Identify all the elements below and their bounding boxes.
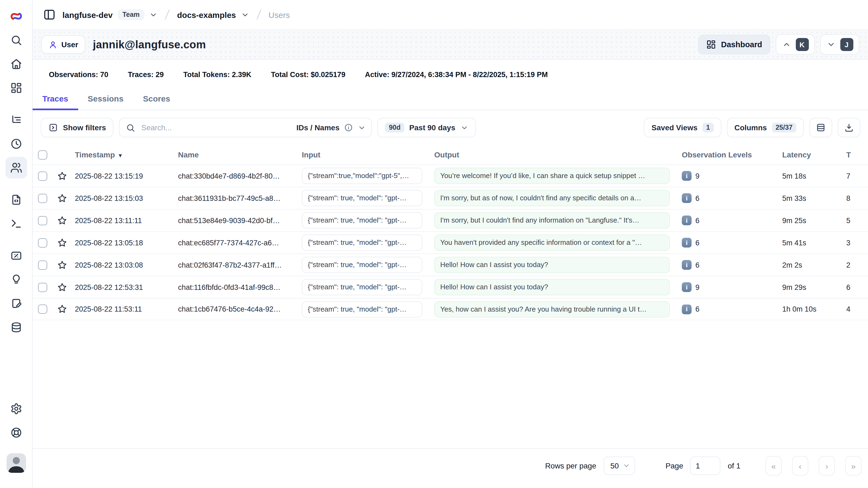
info-level-badge-icon: i — [682, 282, 691, 292]
bookmark-star-icon[interactable] — [54, 282, 75, 292]
sidebar-item-insights[interactable] — [5, 269, 27, 291]
table-row[interactable]: 2025-08-22 13:15:03 chat:3611931b-bc77-4… — [33, 187, 868, 209]
trace-input[interactable]: {"stream": true, "model": "gpt-… — [302, 257, 422, 273]
row-checkbox[interactable] — [38, 171, 47, 181]
trace-input[interactable]: {"stream": true, "model": "gpt-… — [302, 279, 422, 295]
page-number-input[interactable] — [690, 457, 720, 475]
user-avatar[interactable] — [6, 453, 26, 473]
trace-name[interactable]: chat:3611931b-bc77-49c5-a8… — [178, 194, 302, 202]
row-checkbox[interactable] — [38, 238, 47, 247]
sidebar-item-sessions[interactable] — [5, 133, 27, 155]
search-scope-label[interactable]: IDs / Names — [297, 123, 340, 132]
trace-input[interactable]: {"stream": true, "model": "gpt-… — [302, 212, 422, 228]
dashboard-button[interactable]: Dashboard — [699, 35, 771, 54]
dashboard-button-label: Dashboard — [721, 40, 763, 49]
sidebar-item-evaluation[interactable] — [5, 245, 27, 267]
table-row[interactable]: 2025-08-22 13:03:08 chat:02f63f47-87b2-4… — [33, 253, 868, 276]
trace-name[interactable]: chat:ec685f77-7374-427c-a6… — [178, 239, 302, 247]
table-row[interactable]: 2025-08-22 13:11:11 chat:513e84e9-9039-4… — [33, 209, 868, 231]
last-page-button[interactable]: » — [845, 456, 862, 476]
download-icon — [844, 123, 854, 132]
bookmark-star-icon[interactable] — [54, 238, 75, 248]
trace-output[interactable]: You’re welcome! If you’d like, I can sha… — [434, 168, 670, 184]
previous-page-button[interactable]: ‹ — [792, 456, 808, 476]
chevron-down-icon[interactable] — [358, 123, 366, 132]
trace-name[interactable]: chat:116fbfdc-0fd3-41af-99c8… — [178, 283, 302, 291]
chevron-down-icon — [827, 40, 835, 49]
langfuse-logo[interactable] — [9, 4, 23, 28]
search-input[interactable] — [140, 123, 291, 132]
previous-user-button[interactable]: K — [776, 34, 815, 55]
sidebar-item-dashboards[interactable] — [5, 77, 27, 99]
bookmark-star-icon[interactable] — [54, 171, 75, 181]
sidebar-item-datasets[interactable] — [5, 316, 27, 338]
sidebar-item-search[interactable] — [5, 29, 27, 51]
column-header-input[interactable]: Input — [302, 150, 434, 159]
bookmark-star-icon[interactable] — [54, 193, 75, 203]
row-checkbox[interactable] — [38, 260, 47, 270]
select-all-checkbox[interactable] — [38, 150, 47, 159]
column-header-timestamp[interactable]: Timestamp▼ — [75, 150, 178, 159]
row-checkbox[interactable] — [38, 193, 47, 203]
trace-output[interactable]: Hello! How can I assist you today? — [434, 279, 670, 295]
sidebar-toggle-button[interactable] — [41, 6, 58, 23]
rows-per-page-select[interactable]: 50 — [604, 457, 635, 475]
export-button[interactable] — [838, 118, 860, 138]
sidebar-item-home[interactable] — [5, 53, 27, 75]
table-row[interactable]: 2025-08-22 12:53:31 chat:116fbfdc-0fd3-4… — [33, 276, 868, 298]
sidebar-item-settings[interactable] — [5, 398, 27, 420]
tab-traces[interactable]: Traces — [33, 89, 78, 110]
sidebar-item-support[interactable] — [5, 422, 27, 444]
tab-scores[interactable]: Scores — [133, 89, 180, 110]
column-header-observation-levels[interactable]: Observation Levels — [682, 150, 782, 159]
row-checkbox[interactable] — [38, 282, 47, 292]
trace-name[interactable]: chat:513e84e9-9039-42d0-bf… — [178, 216, 302, 224]
sidebar-item-tracing[interactable] — [5, 109, 27, 131]
bookmark-star-icon[interactable] — [54, 215, 75, 225]
column-header-output[interactable]: Output — [434, 150, 682, 159]
trace-input[interactable]: {"stream":true,"model":"gpt-5",… — [302, 168, 422, 184]
trace-name[interactable]: chat:02f63f47-87b2-4377-a1ff… — [178, 261, 302, 269]
next-user-button[interactable]: J — [820, 34, 859, 55]
saved-views-button[interactable]: Saved Views 1 — [644, 118, 721, 138]
first-page-button[interactable]: « — [766, 456, 782, 476]
table-row[interactable]: 2025-08-22 13:05:18 chat:ec685f77-7374-4… — [33, 231, 868, 253]
row-checkbox[interactable] — [38, 305, 47, 314]
table-row[interactable]: 2025-08-22 13:15:19 chat:330bd4e7-d869-4… — [33, 164, 868, 187]
trace-output[interactable]: I'm sorry, but as of now, I couldn't fin… — [434, 190, 670, 206]
column-header-total[interactable]: T — [846, 150, 868, 159]
trace-name[interactable]: chat:330bd4e7-d869-4b2f-80… — [178, 172, 302, 180]
column-header-name[interactable]: Name — [178, 150, 302, 159]
sidebar-item-users[interactable] — [5, 157, 27, 179]
chevron-down-icon[interactable] — [150, 10, 158, 19]
trace-output[interactable]: You haven't provided any specific inform… — [434, 235, 670, 251]
users-icon — [10, 162, 22, 174]
date-range-button[interactable]: 90d Past 90 days — [377, 118, 476, 138]
sidebar-item-prompts[interactable] — [5, 189, 27, 211]
bookmark-star-icon[interactable] — [54, 260, 75, 270]
trace-input[interactable]: {"stream": true, "model": "gpt-… — [302, 235, 422, 251]
breadcrumb-org[interactable]: langfuse-dev — [62, 10, 113, 19]
tab-sessions[interactable]: Sessions — [78, 89, 133, 110]
bookmark-star-icon[interactable] — [54, 304, 75, 314]
show-filters-button[interactable]: Show filters — [41, 118, 114, 138]
trace-input[interactable]: {"stream": true, "model": "gpt-… — [302, 190, 422, 206]
trace-output[interactable]: Hello! How can I assist you today? — [434, 257, 670, 273]
trace-output[interactable]: I'm sorry, but I couldn't find any infor… — [434, 212, 670, 228]
trace-name[interactable]: chat:1cb67476-b5ce-4c4a-92… — [178, 305, 302, 313]
column-header-latency[interactable]: Latency — [782, 150, 846, 159]
columns-button[interactable]: Columns 25/37 — [727, 118, 804, 138]
info-icon[interactable] — [344, 123, 353, 132]
row-height-button[interactable] — [809, 118, 832, 138]
breadcrumb-project[interactable]: docs-examples — [177, 10, 236, 19]
next-page-button[interactable]: › — [818, 456, 835, 476]
sidebar-item-playground[interactable] — [5, 213, 27, 235]
row-checkbox[interactable] — [38, 216, 47, 225]
trace-input[interactable]: {"stream": true, "model": "gpt-… — [302, 301, 422, 317]
chevron-down-icon — [623, 462, 630, 469]
trace-output[interactable]: Yes, how can I assist you? Are you havin… — [434, 301, 670, 317]
sidebar-item-annotation[interactable] — [5, 293, 27, 314]
table-row[interactable]: 2025-08-22 11:53:11 chat:1cb67476-b5ce-4… — [33, 298, 868, 320]
table-toolbar: Show filters IDs / Names 90d Past 90 day… — [33, 110, 868, 145]
chevron-down-icon[interactable] — [241, 10, 249, 19]
